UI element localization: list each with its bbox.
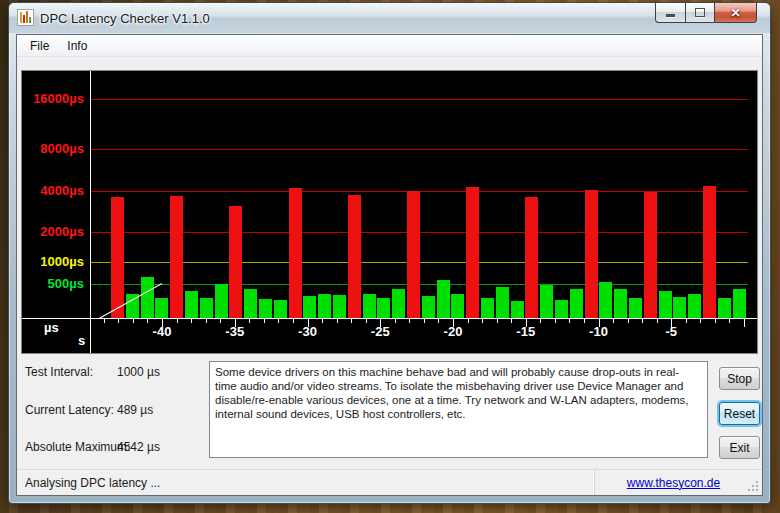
x-axis-tick — [118, 319, 119, 323]
x-axis-tick — [540, 319, 541, 323]
latency-bar — [673, 297, 686, 318]
absolute-maximum-label: Absolute Maximum: — [25, 440, 130, 454]
menubar: File Info — [17, 35, 762, 57]
gridline — [90, 99, 748, 100]
latency-bar — [496, 287, 509, 318]
minimize-icon — [666, 14, 675, 17]
close-button[interactable]: ✕ — [714, 3, 757, 23]
minimize-button[interactable] — [655, 3, 685, 23]
x-axis-tick — [395, 319, 396, 323]
client-area: File Info µs s 500µs1000µs2000µs4000µs80… — [16, 34, 763, 496]
x-axis-tick — [264, 319, 265, 323]
x-axis-tick — [657, 319, 658, 323]
x-axis-label: -30 — [288, 324, 328, 339]
app-window: DPC Latency Checker V1.1.0 ✕ File Info µ… — [8, 2, 771, 504]
window-title: DPC Latency Checker V1.1.0 — [40, 11, 210, 26]
y-axis-line — [90, 71, 91, 353]
resize-grip[interactable] — [746, 479, 759, 492]
x-axis-tick — [555, 319, 556, 323]
x-axis-tick — [409, 319, 410, 323]
x-axis-tick — [293, 319, 294, 323]
x-axis-tick — [322, 319, 323, 323]
latency-bar — [703, 186, 716, 318]
reset-button[interactable]: Reset — [719, 402, 760, 425]
latency-bar — [200, 298, 213, 318]
x-axis-label: -40 — [142, 324, 182, 339]
x-axis-tick — [729, 319, 730, 323]
x-axis-tick — [744, 319, 745, 327]
y-axis-label: 8000µs — [22, 142, 84, 156]
chart-plot-area — [90, 71, 748, 318]
latency-bar — [629, 298, 642, 318]
x-axis-tick — [613, 319, 614, 323]
close-icon: ✕ — [730, 6, 740, 20]
latency-bar — [540, 285, 553, 318]
stop-button[interactable]: Stop — [719, 367, 760, 390]
latency-bar — [141, 277, 154, 318]
x-axis-tick — [104, 319, 105, 323]
latency-bar — [599, 282, 612, 318]
exit-button[interactable]: Exit — [719, 436, 760, 459]
latency-bar — [333, 295, 346, 318]
x-axis-tick — [337, 319, 338, 323]
x-axis-tick — [511, 319, 512, 323]
latency-bar — [259, 299, 272, 318]
x-axis-label: -25 — [360, 324, 400, 339]
latency-bar — [585, 190, 598, 318]
menu-item-info[interactable]: Info — [58, 36, 96, 56]
x-axis-label: -20 — [433, 324, 473, 339]
latency-bar — [422, 296, 435, 318]
x-axis-label: -10 — [579, 324, 619, 339]
x-axis-tick — [438, 319, 439, 323]
latency-bar — [318, 294, 331, 318]
latency-bar — [303, 296, 316, 318]
x-axis-tick — [249, 319, 250, 323]
latency-bar — [407, 191, 420, 318]
x-axis-label: -15 — [506, 324, 546, 339]
x-axis-tick — [278, 319, 279, 323]
website-link[interactable]: www.thesycon.de — [627, 476, 720, 490]
current-latency-value: 489 µs — [117, 403, 153, 417]
x-axis-tick — [642, 319, 643, 323]
x-axis-tick — [191, 319, 192, 323]
test-interval-value: 1000 µs — [117, 365, 160, 379]
x-axis-tick — [468, 319, 469, 323]
latency-bar — [215, 284, 228, 318]
current-latency-label: Current Latency: — [25, 403, 114, 417]
x-axis-tick — [482, 319, 483, 323]
x-axis-tick — [715, 319, 716, 323]
maximize-button[interactable] — [685, 3, 714, 23]
x-axis-tick — [133, 319, 134, 323]
statusbar: Analysing DPC latency ... www.thesycon.d… — [17, 469, 762, 495]
latency-bar — [644, 192, 657, 318]
y-axis-label: 2000µs — [22, 225, 84, 239]
latency-bar — [348, 195, 361, 318]
latency-bar — [733, 289, 746, 318]
x-axis-tick — [366, 319, 367, 323]
y-axis-unit-label: µs — [44, 320, 59, 335]
latency-bar — [511, 301, 524, 318]
x-axis-tick — [424, 319, 425, 323]
latency-bar — [466, 187, 479, 318]
latency-bar — [614, 289, 627, 318]
status-text: Analysing DPC latency ... — [25, 476, 160, 490]
app-icon — [17, 9, 34, 26]
y-axis-label: 16000µs — [22, 92, 84, 106]
y-axis-label: 1000µs — [22, 255, 84, 269]
x-axis-tick — [584, 319, 585, 323]
latency-bar — [229, 206, 242, 318]
latency-bar — [451, 294, 464, 318]
maximize-icon — [695, 8, 705, 17]
y-axis-label: 500µs — [22, 277, 84, 291]
latency-bar — [289, 188, 302, 318]
x-axis-tick — [569, 319, 570, 323]
x-axis-label: -35 — [215, 324, 255, 339]
diagnosis-text-box: Some device drivers on this machine beha… — [209, 361, 708, 458]
menu-item-file[interactable]: File — [21, 36, 58, 56]
titlebar[interactable]: DPC Latency Checker V1.1.0 ✕ — [9, 3, 770, 33]
latency-bar — [274, 300, 287, 318]
latency-bar — [659, 291, 672, 318]
x-axis-tick — [686, 319, 687, 323]
latency-bar — [392, 289, 405, 318]
x-axis-tick — [177, 319, 178, 323]
